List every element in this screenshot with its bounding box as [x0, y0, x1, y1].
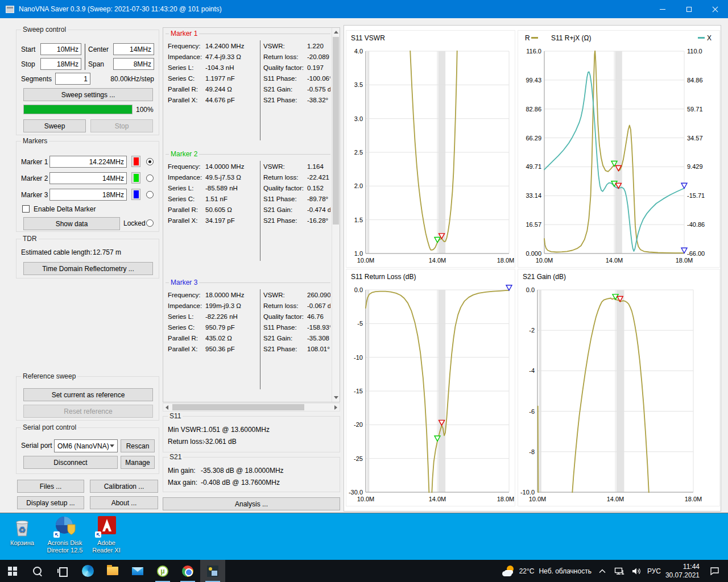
weather-button[interactable]	[502, 563, 515, 580]
field-row: Max gain:-0.408 dB @ 13.7600MHz	[168, 476, 340, 488]
disconnect-button[interactable]: Disconnect	[23, 456, 118, 469]
network-button[interactable]	[613, 563, 626, 580]
display-setup-button[interactable]: Display setup ...	[17, 496, 84, 509]
marker-2-data-title: Marker 2	[169, 150, 199, 158]
maximize-button[interactable]	[676, 0, 702, 18]
stop-button[interactable]: Stop	[90, 119, 153, 132]
reset-reference-button[interactable]: Reset reference	[23, 405, 153, 418]
serial-port-legend: Serial port control	[21, 423, 78, 431]
show-data-button[interactable]: Show data	[23, 217, 120, 230]
field-row: Parallel R:49.244 Ω	[168, 84, 260, 94]
chart-s11-vswr[interactable]: 4.03.53.02.52.01.51.010.0M14.0M18.0MS11 …	[346, 30, 515, 268]
sweep-button[interactable]: Sweep	[23, 119, 86, 132]
chart-s11-r-jx[interactable]: 116.099.4382.8666.2949.7133.1416.570.000…	[518, 30, 720, 268]
marker-3-color-button[interactable]	[131, 189, 140, 200]
weather-icon	[502, 566, 515, 577]
center-input[interactable]	[113, 43, 154, 55]
segments-input[interactable]	[55, 73, 90, 85]
start-button[interactable]	[0, 560, 25, 582]
marker-1-left-fields: Frequency:14.2400 MHzImpedance:47.4-j9.3…	[166, 40, 260, 140]
taskbar-nanovna-button[interactable]	[200, 560, 225, 582]
tdr-button[interactable]: Time Domain Reflectometry ...	[23, 262, 153, 275]
close-button[interactable]	[702, 0, 728, 18]
field-row: Series C:1.1977 nF	[168, 73, 260, 84]
taskbar-explorer-button[interactable]	[100, 560, 125, 582]
serial-port-label: Serial port	[21, 442, 52, 450]
marker-panel-vertical-scrollbar[interactable]	[332, 28, 340, 402]
tray-clock[interactable]: 11:44 30.07.2021	[665, 563, 700, 580]
field-row: Impedance:47.4-j9.33 Ω	[168, 51, 260, 62]
svg-text:-6: -6	[529, 408, 535, 415]
charts-area: 4.03.53.02.52.01.51.010.0M14.0M18.0MS11 …	[344, 25, 721, 512]
field-row: Quality factor:0.152	[263, 182, 330, 193]
s21-summary-group: S21 Min gain:-35.308 dB @ 18.0000MHzMax …	[163, 457, 340, 492]
field-row: S21 Gain:-0.474 d	[263, 204, 330, 215]
marker-3-input[interactable]	[49, 189, 127, 201]
tray-weather-condition[interactable]: Неб. облачность	[539, 567, 591, 575]
marker-1-data-block: Marker 1 Frequency:14.2400 MHzImpedance:…	[166, 34, 330, 140]
svg-text:-8: -8	[529, 448, 535, 455]
marker-3-data-title: Marker 3	[169, 278, 199, 286]
taskbar-mail-button[interactable]	[125, 560, 150, 582]
marker-1-label: Marker 1	[21, 158, 48, 166]
taskbar-chrome-button[interactable]	[175, 560, 200, 582]
task-view-button[interactable]	[50, 560, 75, 582]
marker-2-input[interactable]	[49, 172, 127, 184]
vertical-scroll-thumb[interactable]	[333, 37, 339, 225]
calibration-button[interactable]: Calibration ...	[90, 480, 158, 493]
svg-text:16.57: 16.57	[526, 221, 541, 228]
rescan-button[interactable]: Rescan	[121, 439, 155, 452]
svg-text:S11 R+jX (Ω): S11 R+jX (Ω)	[551, 34, 591, 42]
network-icon	[614, 567, 624, 575]
field-row: S11 Phase:-89.78°	[263, 193, 330, 204]
files-button[interactable]: Files ...	[17, 480, 84, 493]
field-row: Series L:-85.589 nH	[168, 182, 260, 193]
set-reference-button[interactable]: Set current as reference	[23, 388, 153, 401]
volume-button[interactable]	[630, 563, 643, 580]
field-row: Frequency:14.0000 MHz	[168, 161, 260, 172]
minimize-button[interactable]	[650, 0, 676, 18]
taskbar-search-button[interactable]	[25, 560, 50, 582]
action-center-button[interactable]	[704, 567, 725, 575]
cable-length-value: 12.757 m	[93, 248, 121, 256]
marker-3-radio[interactable]	[146, 191, 154, 198]
chart-s21-gain[interactable]: 0.0-2-4-6-8-10.010.0M14.0M18.0MS21 Gain …	[518, 269, 720, 506]
desktop-icon-adobe-reader[interactable]: Adobe Reader XI	[89, 516, 124, 554]
desktop-icon-recycle-bin[interactable]: ♻ Корзина	[3, 516, 41, 547]
desktop-icon-acronis[interactable]: Acronis Disk Director 12.5	[42, 516, 88, 554]
sweep-control-group: Sweep control Start Center Stop Span Seg…	[16, 30, 159, 135]
chart-s11-return-loss[interactable]: 0.0-5-10-15-20-25-30.010.0M14.0M18.0MS11…	[346, 269, 515, 506]
taskbar-edge-button[interactable]	[75, 560, 100, 582]
serial-port-select[interactable]: OM6 (NanoVNA)	[54, 439, 118, 452]
analysis-button[interactable]: Analysis ...	[163, 497, 340, 510]
field-row: S21 Phase:108.01°	[263, 343, 330, 354]
speaker-icon	[631, 567, 642, 575]
marker-1-input[interactable]	[49, 156, 127, 168]
horizontal-scroll-thumb[interactable]	[172, 404, 304, 410]
sweep-settings-button[interactable]: Sweep settings ...	[23, 88, 153, 101]
span-input[interactable]	[113, 58, 154, 70]
marker-data-panel: Marker 1 Frequency:14.2400 MHzImpedance:…	[163, 27, 340, 402]
stop-input[interactable]	[40, 58, 81, 70]
field-row: Series C:950.79 pF	[168, 322, 260, 332]
marker-2-color-button[interactable]	[131, 172, 140, 184]
tray-language[interactable]: РУС	[647, 567, 661, 575]
taskbar-utorrent-button[interactable]	[150, 560, 175, 582]
start-input[interactable]	[40, 43, 81, 55]
manage-button[interactable]: Manage	[121, 456, 155, 469]
scroll-up-icon	[334, 31, 338, 34]
tray-temperature[interactable]: 22°C	[519, 567, 535, 575]
serial-port-group: Serial port control Serial port OM6 (Nan…	[16, 427, 159, 474]
marker-panel-horizontal-scrollbar[interactable]	[163, 403, 340, 411]
field-row: Parallel R:435.02 Ω	[168, 332, 260, 343]
desktop-icon-label: Корзина	[10, 539, 34, 546]
marker-1-radio[interactable]	[146, 158, 154, 165]
locked-radio[interactable]	[146, 219, 154, 227]
svg-text:-15.71: -15.71	[687, 192, 705, 199]
marker-1-color-button[interactable]	[131, 156, 140, 167]
about-button[interactable]: About ...	[90, 496, 158, 509]
marker-2-radio[interactable]	[146, 174, 154, 182]
enable-delta-marker-checkbox[interactable]	[22, 205, 30, 213]
field-row: Quality factor:46.76	[263, 311, 330, 322]
tray-chevron-button[interactable]	[596, 563, 609, 580]
